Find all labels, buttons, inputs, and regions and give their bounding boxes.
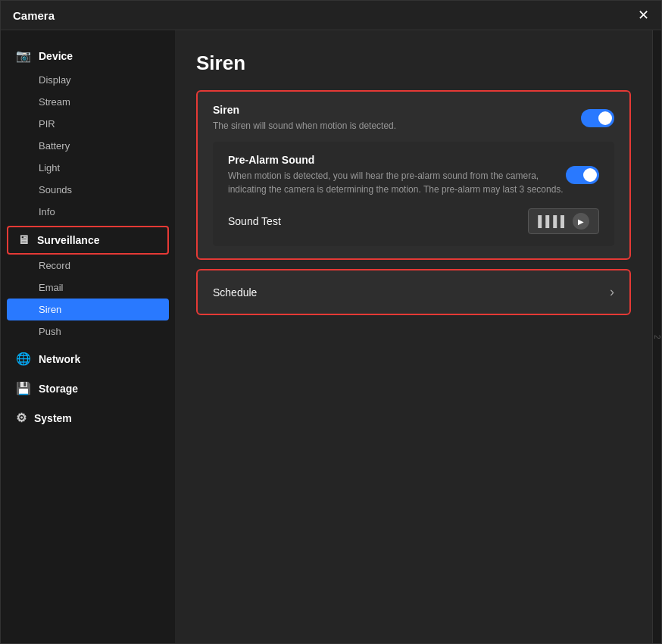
sound-test-label: Sound Test <box>228 215 281 227</box>
pre-alarm-description: When motion is detected, you will hear t… <box>228 169 566 196</box>
sidebar-group-header-device[interactable]: 📷 Device <box>1 42 175 69</box>
schedule-label: Schedule <box>213 286 257 299</box>
sidebar-group-label-storage: Storage <box>39 383 78 395</box>
siren-toggle-slider <box>581 109 614 127</box>
device-items: Display Stream PIR Battery Light Sounds … <box>1 69 175 223</box>
siren-card-text: Siren The siren will sound when motion i… <box>213 104 396 133</box>
page-title: Siren <box>196 52 631 75</box>
siren-card: Siren The siren will sound when motion i… <box>196 90 631 260</box>
sidebar-group-header-network[interactable]: 🌐 Network <box>1 345 175 372</box>
network-icon: 🌐 <box>16 352 31 366</box>
sidebar-group-device: 📷 Device Display Stream PIR Battery Ligh… <box>1 42 175 223</box>
pre-alarm-text: Pre-Alarm Sound When motion is detected,… <box>228 154 566 196</box>
main-content: Siren Siren The siren will sound when mo… <box>175 30 652 643</box>
sound-test-button[interactable]: ▌▌▌▌ ▶ <box>528 208 599 234</box>
sidebar-item-battery[interactable]: Battery <box>1 135 175 157</box>
sidebar-item-light[interactable]: Light <box>1 157 175 179</box>
siren-description: The siren will sound when motion is dete… <box>213 119 396 133</box>
storage-icon: 💾 <box>16 381 31 395</box>
pre-alarm-row: Pre-Alarm Sound When motion is detected,… <box>228 154 599 196</box>
sidebar-group-header-surveillance[interactable]: 🖥 Surveillance <box>7 226 169 255</box>
surveillance-items: Record Email Siren Push <box>1 255 175 342</box>
sidebar-item-pir[interactable]: PIR <box>1 113 175 135</box>
content-area: 📷 Device Display Stream PIR Battery Ligh… <box>1 30 661 643</box>
sidebar-group-storage: 💾 Storage <box>1 375 175 402</box>
sidebar-group-label-device: Device <box>39 50 73 62</box>
sidebar-item-record[interactable]: Record <box>1 255 175 277</box>
sidebar-item-siren[interactable]: Siren <box>7 299 169 320</box>
sidebar-item-email[interactable]: Email <box>1 277 175 299</box>
sidebar-group-label-system: System <box>34 412 72 424</box>
sidebar-group-label-surveillance: Surveillance <box>37 234 100 246</box>
siren-label: Siren <box>213 104 396 116</box>
title-bar: Camera ✕ <box>1 1 661 30</box>
sidebar-group-label-network: Network <box>39 353 80 365</box>
schedule-card[interactable]: Schedule › <box>196 269 631 315</box>
sidebar-item-display[interactable]: Display <box>1 69 175 91</box>
siren-card-row: Siren The siren will sound when motion i… <box>213 104 614 133</box>
sidebar: 📷 Device Display Stream PIR Battery Ligh… <box>1 30 175 643</box>
sidebar-item-sounds[interactable]: Sounds <box>1 179 175 201</box>
window-title: Camera <box>13 9 55 22</box>
sidebar-item-push[interactable]: Push <box>1 320 175 342</box>
system-icon: ⚙ <box>16 411 27 425</box>
sound-test-row: Sound Test ▌▌▌▌ ▶ <box>228 208 599 234</box>
sound-wave-icon: ▌▌▌▌ <box>538 215 568 227</box>
sidebar-item-stream[interactable]: Stream <box>1 91 175 113</box>
sidebar-group-network: 🌐 Network <box>1 345 175 372</box>
device-icon: 📷 <box>16 48 31 63</box>
chevron-right-icon: › <box>610 284 614 300</box>
edge-number: 2 <box>653 335 661 339</box>
pre-alarm-label: Pre-Alarm Sound <box>228 154 566 166</box>
right-edge: 2 <box>652 30 661 643</box>
siren-toggle[interactable] <box>581 109 614 127</box>
sidebar-group-header-system[interactable]: ⚙ System <box>1 405 175 431</box>
sidebar-item-info[interactable]: Info <box>1 201 175 223</box>
close-button[interactable]: ✕ <box>638 8 649 22</box>
pre-alarm-toggle[interactable] <box>566 166 599 184</box>
sidebar-group-system: ⚙ System <box>1 405 175 431</box>
play-icon: ▶ <box>573 213 589 230</box>
sidebar-group-surveillance: 🖥 Surveillance Record Email Siren Push <box>1 226 175 342</box>
camera-window: Camera ✕ 📷 Device Display Stream PIR Bat… <box>0 0 662 644</box>
surveillance-icon: 🖥 <box>17 233 30 247</box>
pre-alarm-toggle-slider <box>566 166 599 184</box>
sidebar-group-header-storage[interactable]: 💾 Storage <box>1 375 175 402</box>
pre-alarm-card: Pre-Alarm Sound When motion is detected,… <box>213 142 614 246</box>
